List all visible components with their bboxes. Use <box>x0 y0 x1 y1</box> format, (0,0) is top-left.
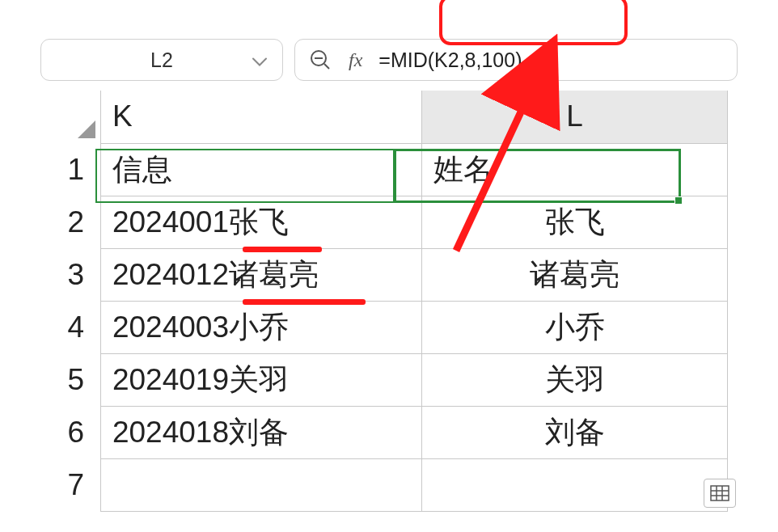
formula-input[interactable]: =MID(K2,8,100) <box>378 49 522 72</box>
spreadsheet-grid[interactable]: K L 1 信息 姓名 2 2024001张飞 张飞 3 2024012诸葛亮 … <box>24 91 728 512</box>
cell-l4[interactable]: 小乔 <box>422 301 728 353</box>
cell-k7[interactable] <box>100 458 421 511</box>
formula-bar[interactable]: fx =MID(K2,8,100) <box>294 39 738 81</box>
zoom-out-icon[interactable] <box>308 48 332 72</box>
cell-k1[interactable]: 信息 <box>100 143 421 196</box>
row-header-5[interactable]: 5 <box>24 353 100 406</box>
name-box-value: L2 <box>150 49 173 72</box>
cell-l6[interactable]: 刘备 <box>422 406 728 458</box>
chevron-down-icon <box>252 49 268 72</box>
cell-l7[interactable] <box>422 458 728 511</box>
cell-k2[interactable]: 2024001张飞 <box>100 196 421 248</box>
column-header-k[interactable]: K <box>100 91 421 143</box>
cell-l1[interactable]: 姓名 <box>422 143 728 196</box>
cell-l3[interactable]: 诸葛亮 <box>422 248 728 301</box>
row-header-3[interactable]: 3 <box>24 248 100 301</box>
select-all-corner[interactable] <box>24 91 100 143</box>
row-header-7[interactable]: 7 <box>24 458 100 511</box>
svg-line-1 <box>324 64 329 69</box>
cell-k5[interactable]: 2024019关羽 <box>100 353 421 406</box>
cell-k3[interactable]: 2024012诸葛亮 <box>100 248 421 301</box>
row-header-6[interactable]: 6 <box>24 406 100 458</box>
column-header-l[interactable]: L <box>422 91 728 143</box>
name-box[interactable]: L2 <box>40 39 283 81</box>
row-header-4[interactable]: 4 <box>24 301 100 353</box>
cell-l5[interactable]: 关羽 <box>422 353 728 406</box>
cell-k6[interactable]: 2024018刘备 <box>100 406 421 458</box>
cell-k4[interactable]: 2024003小乔 <box>100 301 421 353</box>
table-options-icon[interactable] <box>704 479 736 508</box>
svg-rect-4 <box>711 486 729 500</box>
fx-label[interactable]: fx <box>349 49 362 71</box>
cell-l2[interactable]: 张飞 <box>422 196 728 248</box>
row-header-2[interactable]: 2 <box>24 196 100 248</box>
row-header-1[interactable]: 1 <box>24 143 100 196</box>
